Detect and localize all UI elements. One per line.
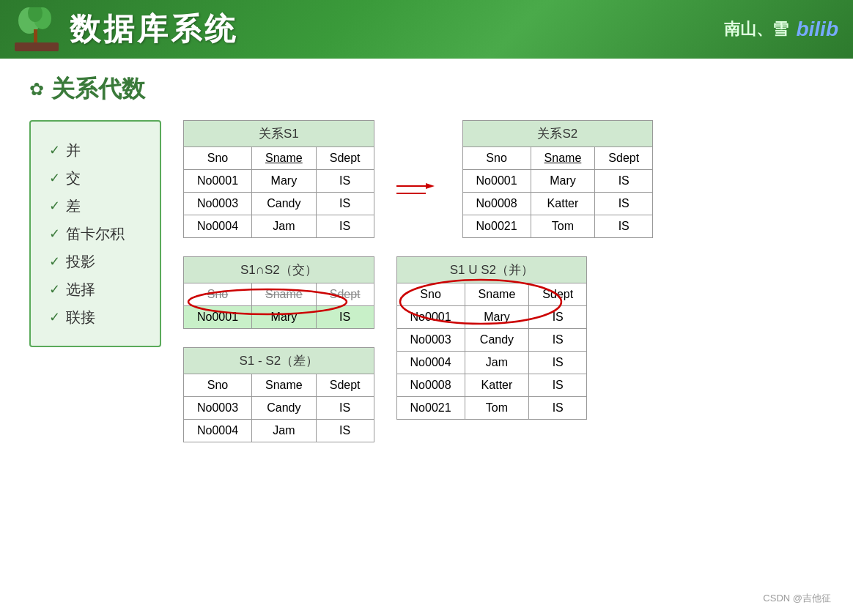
s1-header-sdept: Sdept <box>316 147 374 170</box>
s2-row2-sdept: IS <box>595 193 653 215</box>
intersection-table-wrapper: S1∩S2（交） Sno Sname Sdept No0001 Mary IS <box>183 256 374 329</box>
bilibili-logo: bilib <box>796 18 838 41</box>
diff-row1-sno: No0003 <box>184 397 252 420</box>
union-row3-sdept: IS <box>529 352 587 374</box>
difference-table-wrapper: S1 - S2（差） Sno Sname Sdept No0003 Candy … <box>183 347 374 442</box>
table-row: No0004 Jam IS <box>184 420 374 442</box>
checkmark-icon: ✓ <box>49 249 60 274</box>
table-s2: 关系S2 Sno Sname Sdept No0001 Mary IS N <box>462 120 654 238</box>
checkmark-icon: ✓ <box>49 221 60 246</box>
list-item: ✓ 笛卡尔积 <box>49 220 141 248</box>
brand-text: 南山、雪 <box>724 18 789 40</box>
list-item: ✓ 并 <box>49 136 141 164</box>
s1-row2-sname: Candy <box>252 193 317 215</box>
main-layout: ✓ 并 ✓ 交 ✓ 差 ✓ 笛卡尔积 ✓ 投影 ✓ 选择 <box>29 120 824 442</box>
union-row4-sdept: IS <box>529 374 587 397</box>
s2-header-sname: Sname <box>531 147 595 170</box>
s2-header-sdept: Sdept <box>595 147 653 170</box>
s1-row2-sno: No0003 <box>184 193 252 215</box>
s1-row3-sno: No0004 <box>184 215 252 238</box>
s2-caption: 关系S2 <box>462 120 654 146</box>
table-row: No0003 Candy IS <box>396 329 587 352</box>
table-header-row: Sno Sname Sdept <box>184 283 374 306</box>
table-header-row: Sno Sname Sdept <box>396 283 587 306</box>
header-right: 南山、雪 bilib <box>724 18 838 41</box>
table-row: No0004 Jam IS <box>396 352 587 374</box>
s1-row1-sname: Mary <box>252 170 317 193</box>
s2-row3-sname: Tom <box>531 215 595 238</box>
checkmark-icon: ✓ <box>49 166 60 190</box>
int-row1-sname: Mary <box>252 306 317 329</box>
table-header-row: Sno Sname Sdept <box>462 147 653 170</box>
union-row1-sdept: IS <box>529 306 587 329</box>
table-row: No0001 Mary IS <box>462 170 653 193</box>
table-header-row: Sno Sname Sdept <box>184 374 374 397</box>
s2-table-wrapper: 关系S2 Sno Sname Sdept No0001 Mary IS N <box>462 120 654 238</box>
checkmark-icon: ✓ <box>49 277 60 302</box>
diff-row2-sdept: IS <box>316 420 374 442</box>
union-row5-sdept: IS <box>529 397 587 420</box>
header-left: 数据库系统 <box>15 7 238 51</box>
list-item: ✓ 选择 <box>49 275 141 303</box>
table-row: No0001 Mary IS <box>184 170 374 193</box>
int-header-sname: Sname <box>252 283 317 306</box>
s1-row3-sdept: IS <box>316 215 374 238</box>
union-row3-sno: No0004 <box>396 352 465 374</box>
table-row: No0008 Katter IS <box>396 374 587 397</box>
diff-row1-sname: Candy <box>252 397 317 420</box>
diff-row2-sno: No0004 <box>184 420 252 442</box>
s2-header-sno: Sno <box>462 147 531 170</box>
union-row1-sname: Mary <box>465 306 529 329</box>
union-row2-sno: No0003 <box>396 329 465 352</box>
list-item: ✓ 交 <box>49 164 141 192</box>
s1-row2-sdept: IS <box>316 193 374 215</box>
table-row: No0003 Candy IS <box>184 193 374 215</box>
bottom-left-tables: S1∩S2（交） Sno Sname Sdept No0001 Mary IS <box>183 256 374 442</box>
union-header-sno: Sno <box>396 283 465 306</box>
s2-row3-sno: No0021 <box>462 215 531 238</box>
s2-row1-sdept: IS <box>595 170 653 193</box>
s2-row3-sdept: IS <box>595 215 653 238</box>
s2-row2-sno: No0008 <box>462 193 531 215</box>
checkmark-icon: ✓ <box>49 193 60 218</box>
s1-caption: 关系S1 <box>183 120 374 146</box>
checkmark-icon: ✓ <box>49 305 60 330</box>
header: 数据库系统 南山、雪 bilib <box>0 0 853 59</box>
table-row: No0001 Mary IS <box>396 306 587 329</box>
checkmark-icon: ✓ <box>49 138 60 163</box>
union-header-sname: Sname <box>465 283 529 306</box>
s2-row2-sname: Katter <box>531 193 595 215</box>
table-row: No0003 Candy IS <box>184 397 374 420</box>
union-row5-sno: No0021 <box>396 397 465 420</box>
table-difference: S1 - S2（差） Sno Sname Sdept No0003 Candy … <box>183 347 374 442</box>
plant-icon <box>15 7 59 51</box>
table-row: No0021 Tom IS <box>462 215 653 238</box>
union-table-wrapper: S1 U S2（并） Sno Sname Sdept No0001 Mary I… <box>396 256 588 420</box>
footer-text: CSDN @吉他征 <box>763 592 831 605</box>
s1-header-sname: Sname <box>252 147 317 170</box>
header-title: 数据库系统 <box>70 9 238 50</box>
union-row3-sname: Jam <box>465 352 529 374</box>
table-s1: 关系S1 Sno Sname Sdept No0001 Mary IS N <box>183 120 374 238</box>
s1-row1-sno: No0001 <box>184 170 252 193</box>
section-title: 关系代数 <box>51 73 145 105</box>
table-row: No0001 Mary IS <box>184 306 374 329</box>
union-row4-sno: No0008 <box>396 374 465 397</box>
diff-header-sname: Sname <box>252 374 317 397</box>
difference-caption: S1 - S2（差） <box>183 347 374 374</box>
s1-header-sno: Sno <box>184 147 252 170</box>
intersection-caption: S1∩S2（交） <box>183 256 374 283</box>
arrow-container <box>396 120 440 201</box>
union-row2-sdept: IS <box>529 329 587 352</box>
list-item: ✓ 差 <box>49 192 141 220</box>
table-intersection: S1∩S2（交） Sno Sname Sdept No0001 Mary IS <box>183 256 374 329</box>
union-row1-sno: No0001 <box>396 306 465 329</box>
union-caption: S1 U S2（并） <box>396 256 588 283</box>
diff-row2-sname: Jam <box>252 420 317 442</box>
union-row2-sname: Candy <box>465 329 529 352</box>
list-item: ✓ 联接 <box>49 303 141 331</box>
diff-row1-sdept: IS <box>316 397 374 420</box>
union-row4-sname: Katter <box>465 374 529 397</box>
operations-list: ✓ 并 ✓ 交 ✓ 差 ✓ 笛卡尔积 ✓ 投影 ✓ 选择 <box>29 120 161 347</box>
s2-row1-sno: No0001 <box>462 170 531 193</box>
